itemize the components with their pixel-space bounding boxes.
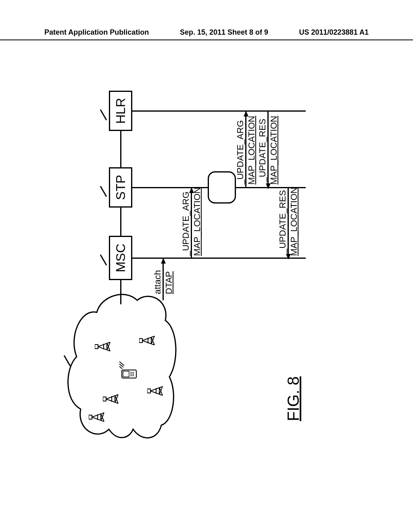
svg-point-9 <box>131 372 132 373</box>
tower-icon <box>139 335 155 347</box>
msc-label: MSC <box>113 243 128 272</box>
msc-lead <box>100 254 107 265</box>
svg-point-12 <box>133 372 134 373</box>
phone-icon <box>121 369 137 379</box>
svg-rect-2 <box>103 397 106 401</box>
stp-label: STP <box>113 175 128 200</box>
tower-icon <box>147 385 163 397</box>
msg-map-loc-4-label: MAP_LOCATION <box>289 187 299 256</box>
hlr-label: HLR <box>113 98 128 124</box>
stp-process <box>208 171 236 204</box>
msg-map-loc-2-label: MAP_LOCATION <box>246 116 257 185</box>
stp-node: STP <box>109 167 132 208</box>
tower-icon <box>95 341 111 353</box>
connector <box>120 208 121 236</box>
hlr-lead <box>100 109 107 120</box>
msg-dtap-label: DTAP <box>164 271 174 294</box>
msg-update-arg-2-label: _UPDATE_ARG <box>235 120 246 185</box>
svg-point-7 <box>131 375 132 376</box>
svg-point-10 <box>133 375 134 376</box>
diagram-container: MSC STP HLR attach <box>60 79 311 449</box>
msg-update-res-1-label: _UPDATE_RES <box>257 119 268 182</box>
msc-node: MSC <box>109 236 132 280</box>
msg-map-loc-3-label: MAP_LOCATION <box>269 116 279 185</box>
lifeline-msc <box>132 258 306 259</box>
msg-map-loc-1-label: MAP_LOCATION <box>192 187 202 256</box>
svg-point-8 <box>131 374 132 375</box>
svg-rect-0 <box>89 415 92 419</box>
hlr-node: HLR <box>109 91 132 131</box>
tower-icon <box>103 393 119 405</box>
msg-update-res-2-label: _UPDATE_RES <box>277 190 288 254</box>
svg-rect-4 <box>139 339 142 343</box>
svg-rect-1 <box>147 389 150 393</box>
header-left: Patent Application Publication <box>44 28 149 39</box>
header-center: Sep. 15, 2011 Sheet 8 of 9 <box>180 28 268 39</box>
svg-rect-6 <box>123 371 129 377</box>
svg-point-11 <box>133 374 134 375</box>
arrowhead-icon <box>161 258 166 264</box>
signal-icon <box>116 357 124 370</box>
figure-label: FIG. 8 <box>284 376 302 421</box>
lifeline-hlr <box>132 110 306 112</box>
tower-icon <box>89 411 105 423</box>
connector <box>120 131 121 167</box>
header-right: US 2011/0223881 A1 <box>299 28 369 39</box>
msg-update-arg-1-label: _UPDATE_ARG <box>181 191 191 256</box>
msg-attach-label: attach <box>152 270 163 294</box>
stp-lead <box>100 186 107 197</box>
connector <box>120 280 121 304</box>
svg-rect-3 <box>95 345 98 349</box>
